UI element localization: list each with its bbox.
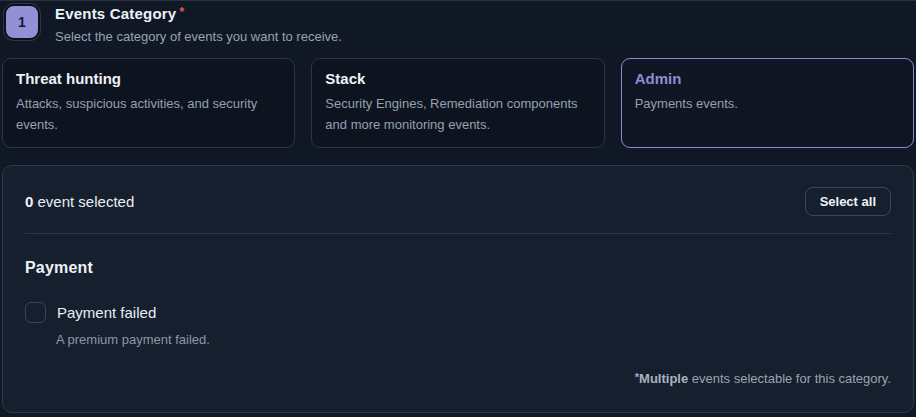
category-description: Security Engines, Remediation components… <box>325 94 590 136</box>
category-card-admin[interactable]: Admin Payments events. <box>621 58 914 148</box>
category-title: Threat hunting <box>16 70 281 87</box>
multiple-selectable-footnote: *Multiple events selectable for this cat… <box>635 371 891 386</box>
category-description: Attacks, suspicious activities, and secu… <box>16 94 281 136</box>
category-card-threat-hunting[interactable]: Threat hunting Attacks, suspicious activ… <box>2 58 295 148</box>
header-title-line: Events Category* <box>55 5 342 23</box>
panel-divider <box>25 233 891 234</box>
page-subtitle: Select the category of events you want t… <box>55 29 342 44</box>
footnote-rest: events selectable for this category. <box>688 371 891 386</box>
event-description: A premium payment failed. <box>56 332 891 347</box>
events-selection-panel: 0 event selected Select all Payment Paym… <box>2 165 914 413</box>
events-category-header: 1 Events Category* Select the category o… <box>0 1 916 44</box>
footnote-bold-word: Multiple <box>639 371 688 386</box>
panel-header: 0 event selected Select all <box>25 187 891 216</box>
select-all-button[interactable]: Select all <box>805 187 891 216</box>
category-title: Admin <box>635 70 900 87</box>
category-title: Stack <box>325 70 590 87</box>
selected-count-line: 0 event selected <box>25 193 134 210</box>
selected-count-label: event selected <box>33 193 134 210</box>
category-cards-row: Threat hunting Attacks, suspicious activ… <box>2 58 914 148</box>
event-label[interactable]: Payment failed <box>57 304 156 321</box>
payment-failed-checkbox[interactable] <box>25 302 46 323</box>
step-number-badge: 1 <box>4 4 40 40</box>
event-group-title: Payment <box>25 259 891 277</box>
category-description: Payments events. <box>635 94 900 115</box>
page-title: Events Category <box>55 5 176 22</box>
required-asterisk: * <box>179 5 184 19</box>
category-card-stack[interactable]: Stack Security Engines, Remediation comp… <box>311 58 604 148</box>
event-row-payment-failed: Payment failed <box>25 302 891 323</box>
header-text: Events Category* Select the category of … <box>55 4 342 44</box>
